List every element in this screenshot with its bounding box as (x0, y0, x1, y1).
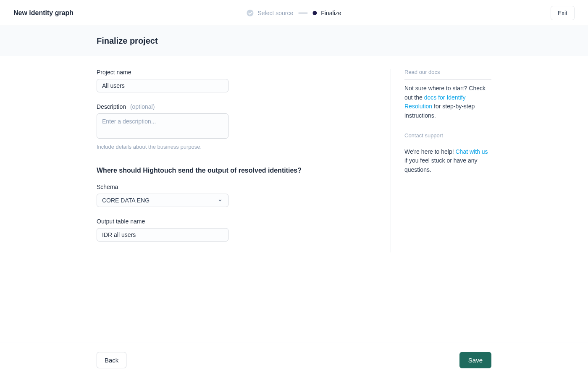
schema-field: Schema CORE DATA ENG (97, 184, 377, 207)
support-title: Contact support (404, 132, 491, 143)
project-name-input[interactable] (97, 79, 228, 92)
form-column: Project name Description (optional) Incl… (97, 69, 377, 252)
schema-select[interactable]: CORE DATA ENG (97, 194, 228, 207)
description-helper: Include details about the business purpo… (97, 144, 377, 150)
footer: Back Save (0, 342, 588, 378)
schema-label: Schema (97, 184, 377, 190)
page-title: New identity graph (13, 9, 74, 17)
support-block: Contact support We're here to help! Chat… (404, 132, 491, 175)
chat-link[interactable]: Chat with us (455, 148, 488, 155)
save-button[interactable]: Save (459, 352, 491, 368)
output-section-heading: Where should Hightouch send the output o… (97, 167, 377, 174)
docs-title: Read our docs (404, 69, 491, 80)
project-name-field: Project name (97, 69, 377, 92)
description-label-text: Description (97, 103, 126, 110)
support-text-before: We're here to help! (404, 148, 455, 155)
exit-button[interactable]: Exit (551, 6, 575, 20)
subheader: Finalize project (0, 26, 588, 56)
description-textarea[interactable] (97, 113, 228, 139)
dot-icon (312, 11, 317, 15)
docs-block: Read our docs Not sure where to start? C… (404, 69, 491, 121)
output-table-input[interactable] (97, 228, 228, 242)
check-circle-icon (247, 10, 253, 16)
step-select-source[interactable]: Select source (247, 10, 293, 16)
project-name-label: Project name (97, 69, 377, 76)
chevron-down-icon (217, 197, 223, 203)
step-label: Select source (257, 10, 293, 16)
help-sidebar: Read our docs Not sure where to start? C… (391, 69, 491, 252)
support-text-after: if you feel stuck or have any questions. (404, 157, 478, 173)
schema-value: CORE DATA ENG (102, 197, 217, 204)
output-table-label: Output table name (97, 218, 377, 225)
back-button[interactable]: Back (97, 352, 126, 368)
section-heading: Finalize project (97, 36, 491, 46)
step-label: Finalize (321, 10, 341, 16)
stepper: Select source Finalize (247, 10, 341, 16)
description-field: Description (optional) Include details a… (97, 103, 377, 150)
step-connector (298, 13, 307, 13)
top-bar: New identity graph Select source Finaliz… (0, 0, 588, 26)
support-text: We're here to help! Chat with us if you … (404, 147, 491, 175)
step-finalize: Finalize (312, 10, 341, 16)
optional-tag: (optional) (130, 103, 155, 110)
docs-text: Not sure where to start? Check out the d… (404, 84, 491, 121)
output-table-field: Output table name (97, 218, 377, 242)
description-label: Description (optional) (97, 103, 377, 110)
